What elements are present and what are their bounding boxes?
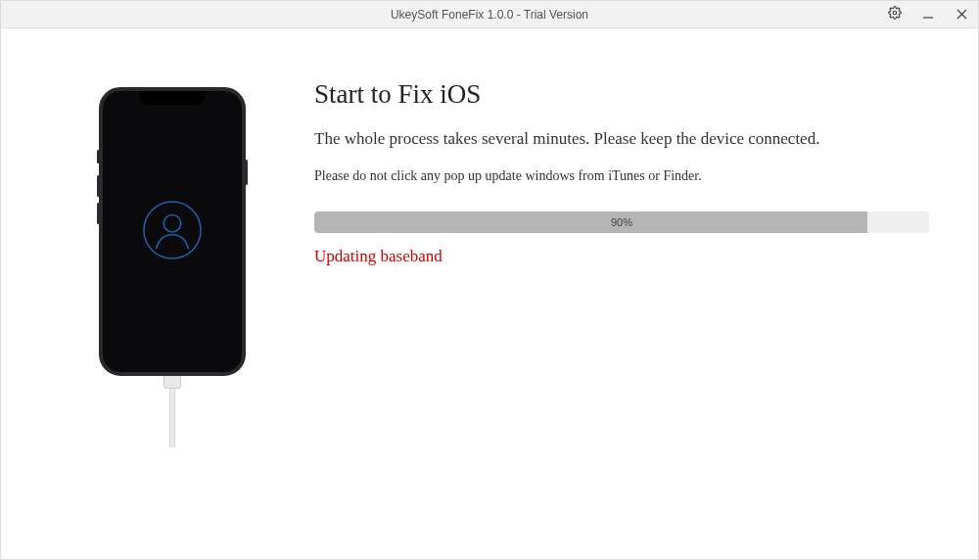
- svg-point-5: [163, 214, 180, 231]
- close-button[interactable]: [945, 1, 978, 28]
- progress-label: 90%: [314, 211, 929, 233]
- close-icon: [956, 6, 967, 23]
- page-warning: Please do not click any pop up update wi…: [314, 168, 929, 184]
- svg-point-4: [144, 201, 201, 257]
- page-heading: Start to Fix iOS: [314, 79, 929, 110]
- phone-cable: [169, 389, 175, 447]
- gear-icon: [888, 6, 902, 23]
- titlebar: UkeySoft FoneFix 1.0.0 - Trial Version: [1, 1, 978, 28]
- app-window: UkeySoft FoneFix 1.0.0 - Trial Version: [0, 0, 979, 560]
- titlebar-controls: [878, 1, 978, 27]
- device-illustration: [30, 77, 314, 530]
- phone-connector: [163, 375, 181, 389]
- main-panel: Start to Fix iOS The whole process takes…: [314, 77, 949, 530]
- person-icon: [142, 200, 203, 264]
- content-area: Start to Fix iOS The whole process takes…: [1, 28, 978, 559]
- page-subheading: The whole process takes several minutes.…: [314, 129, 929, 149]
- phone-frame: [99, 87, 246, 376]
- minimize-icon: [922, 6, 934, 23]
- progress-bar: 90%: [314, 211, 929, 233]
- minimize-button[interactable]: [911, 1, 945, 28]
- svg-point-0: [893, 11, 897, 15]
- status-text: Updating baseband: [314, 247, 929, 266]
- window-title: UkeySoft FoneFix 1.0.0 - Trial Version: [1, 8, 978, 22]
- settings-button[interactable]: [878, 1, 911, 28]
